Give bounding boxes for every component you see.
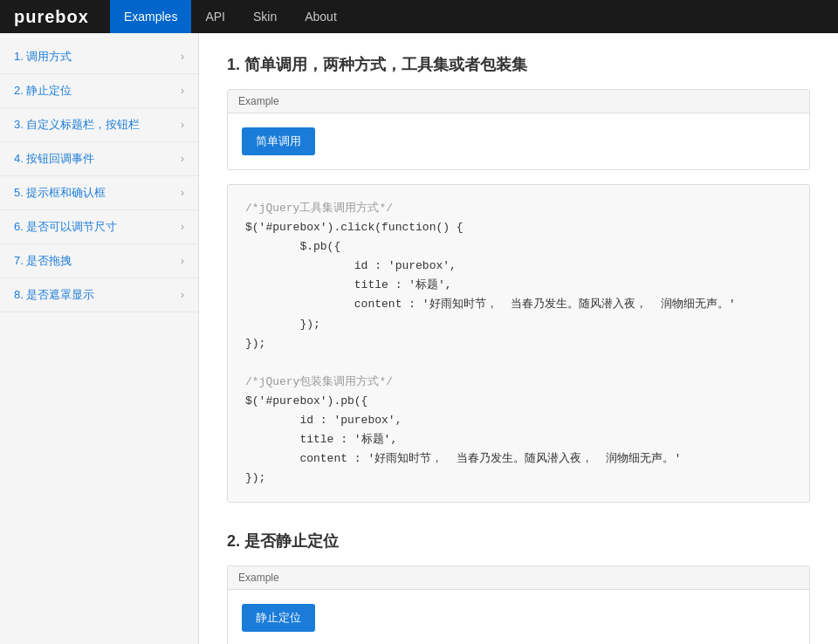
sidebar-item-label: 7. 是否拖拽 [14,253,72,269]
section-1-heading: 1. 简单调用，两种方式，工具集或者包装集 [227,54,810,75]
chevron-right-icon: › [181,187,184,199]
code-block-1: /*jQuery工具集调用方式*/ $('#purebox').click(fu… [227,184,810,503]
example-content-1: 简单调用 [228,113,809,169]
main-content: 1. 简单调用，两种方式，工具集或者包装集 Example 简单调用 /*jQu… [199,33,838,644]
simple-call-button[interactable]: 简单调用 [242,127,315,155]
example-content-2: 静止定位 [228,590,809,644]
chevron-right-icon: › [181,85,184,97]
section-2-heading: 2. 是否静止定位 [227,531,810,552]
sidebar-item-6[interactable]: 6. 是否可以调节尺寸 › [0,210,198,244]
layout: 1. 调用方式 › 2. 静止定位 › 3. 自定义标题栏，按钮栏 › 4. 按… [0,33,838,644]
section-1: 1. 简单调用，两种方式，工具集或者包装集 Example 简单调用 /*jQu… [227,54,810,503]
nav-api[interactable]: API [191,0,239,33]
sidebar-item-label: 1. 调用方式 [14,49,72,65]
sidebar-item-8[interactable]: 8. 是否遮罩显示 › [0,278,198,312]
logo: purebox [14,7,89,27]
chevron-right-icon: › [181,51,184,63]
nav-examples[interactable]: Examples [110,0,191,33]
example-box-1: Example 简单调用 [227,89,810,170]
sidebar-item-7[interactable]: 7. 是否拖拽 › [0,244,198,278]
example-label-2: Example [228,566,809,590]
sidebar-item-5[interactable]: 5. 提示框和确认框 › [0,176,198,210]
sidebar-item-label: 8. 是否遮罩显示 [14,287,94,303]
sidebar-item-label: 4. 按钮回调事件 [14,151,94,167]
section-2: 2. 是否静止定位 Example 静止定位 $('#purebox-fixed… [227,531,810,644]
sidebar-item-label: 5. 提示框和确认框 [14,185,106,201]
chevron-right-icon: › [181,289,184,301]
nav: Examples API Skin About [110,0,351,33]
example-box-2: Example 静止定位 [227,565,810,644]
nav-skin[interactable]: Skin [239,0,291,33]
example-label-1: Example [228,90,809,113]
sidebar-item-label: 3. 自定义标题栏，按钮栏 [14,117,140,133]
sidebar-item-3[interactable]: 3. 自定义标题栏，按钮栏 › [0,108,198,142]
chevron-right-icon: › [181,221,184,233]
sidebar-item-label: 2. 静止定位 [14,83,72,99]
sidebar-item-2[interactable]: 2. 静止定位 › [0,74,198,108]
chevron-right-icon: › [181,153,184,165]
sidebar-item-label: 6. 是否可以调节尺寸 [14,219,117,235]
sidebar-item-1[interactable]: 1. 调用方式 › [0,40,198,74]
fixed-position-button[interactable]: 静止定位 [242,604,315,632]
nav-about[interactable]: About [291,0,351,33]
chevron-right-icon: › [181,119,184,131]
sidebar-item-4[interactable]: 4. 按钮回调事件 › [0,142,198,176]
sidebar: 1. 调用方式 › 2. 静止定位 › 3. 自定义标题栏，按钮栏 › 4. 按… [0,33,199,644]
chevron-right-icon: › [181,255,184,267]
header: purebox Examples API Skin About [0,0,838,33]
